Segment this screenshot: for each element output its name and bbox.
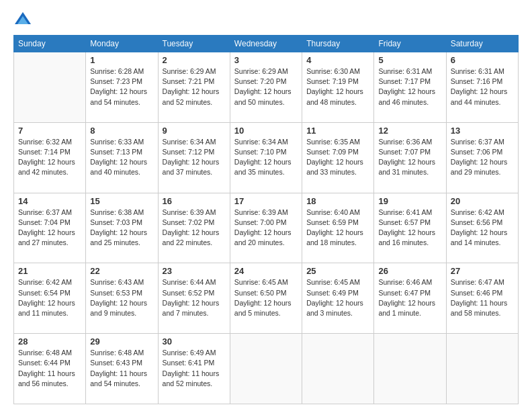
day-info: Sunrise: 6:28 AMSunset: 7:23 PMDaylight:… xyxy=(90,66,153,107)
calendar-cell: 2Sunrise: 6:29 AMSunset: 7:21 PMDaylight… xyxy=(158,52,230,123)
calendar-cell xyxy=(446,334,518,404)
day-info: Sunrise: 6:34 AMSunset: 7:10 PMDaylight:… xyxy=(234,137,298,178)
col-header-thursday: Thursday xyxy=(302,36,374,52)
day-number: 6 xyxy=(451,55,514,65)
col-header-monday: Monday xyxy=(86,36,158,52)
day-number: 11 xyxy=(306,126,369,136)
calendar-cell: 26Sunrise: 6:46 AMSunset: 6:47 PMDayligh… xyxy=(374,263,446,334)
day-info: Sunrise: 6:44 AMSunset: 6:52 PMDaylight:… xyxy=(163,277,226,318)
calendar-cell: 12Sunrise: 6:36 AMSunset: 7:07 PMDayligh… xyxy=(374,122,446,193)
calendar-cell xyxy=(374,334,446,404)
calendar-cell: 14Sunrise: 6:37 AMSunset: 7:04 PMDayligh… xyxy=(14,193,86,263)
day-info: Sunrise: 6:36 AMSunset: 7:07 PMDaylight:… xyxy=(378,137,441,178)
day-info: Sunrise: 6:45 AMSunset: 6:50 PMDaylight:… xyxy=(234,277,298,318)
day-number: 24 xyxy=(234,266,298,276)
week-row-4: 21Sunrise: 6:42 AMSunset: 6:54 PMDayligh… xyxy=(14,263,519,334)
calendar-cell: 15Sunrise: 6:38 AMSunset: 7:03 PMDayligh… xyxy=(86,193,158,263)
day-number: 15 xyxy=(90,196,153,206)
day-info: Sunrise: 6:33 AMSunset: 7:13 PMDaylight:… xyxy=(90,137,153,178)
calendar-cell: 3Sunrise: 6:29 AMSunset: 7:20 PMDaylight… xyxy=(230,52,302,123)
day-number: 18 xyxy=(306,196,369,206)
calendar-cell: 6Sunrise: 6:31 AMSunset: 7:16 PMDaylight… xyxy=(446,52,518,123)
day-info: Sunrise: 6:34 AMSunset: 7:12 PMDaylight:… xyxy=(163,137,226,178)
day-info: Sunrise: 6:42 AMSunset: 6:54 PMDaylight:… xyxy=(18,277,81,318)
calendar-cell: 25Sunrise: 6:45 AMSunset: 6:49 PMDayligh… xyxy=(302,263,374,334)
day-info: Sunrise: 6:39 AMSunset: 7:02 PMDaylight:… xyxy=(163,208,226,248)
week-row-5: 28Sunrise: 6:48 AMSunset: 6:44 PMDayligh… xyxy=(14,334,519,404)
day-info: Sunrise: 6:48 AMSunset: 6:44 PMDaylight:… xyxy=(18,348,81,389)
calendar-header-row: SundayMondayTuesdayWednesdayThursdayFrid… xyxy=(14,36,519,52)
calendar-cell: 22Sunrise: 6:43 AMSunset: 6:53 PMDayligh… xyxy=(86,263,158,334)
day-number: 27 xyxy=(451,266,514,276)
day-number: 25 xyxy=(306,266,369,276)
day-number: 21 xyxy=(18,266,81,276)
day-number: 29 xyxy=(90,336,153,347)
calendar-cell xyxy=(230,334,302,404)
col-header-tuesday: Tuesday xyxy=(158,36,230,52)
day-number: 14 xyxy=(18,196,81,206)
day-info: Sunrise: 6:49 AMSunset: 6:41 PMDaylight:… xyxy=(163,348,226,389)
day-info: Sunrise: 6:40 AMSunset: 6:59 PMDaylight:… xyxy=(306,208,369,248)
calendar-cell: 7Sunrise: 6:32 AMSunset: 7:14 PMDaylight… xyxy=(14,122,86,193)
calendar-cell: 18Sunrise: 6:40 AMSunset: 6:59 PMDayligh… xyxy=(302,193,374,263)
calendar-cell: 30Sunrise: 6:49 AMSunset: 6:41 PMDayligh… xyxy=(158,334,230,404)
day-number: 3 xyxy=(234,55,298,65)
calendar-cell: 29Sunrise: 6:48 AMSunset: 6:43 PMDayligh… xyxy=(86,334,158,404)
col-header-wednesday: Wednesday xyxy=(230,36,302,52)
calendar-cell: 10Sunrise: 6:34 AMSunset: 7:10 PMDayligh… xyxy=(230,122,302,193)
day-number: 30 xyxy=(163,336,226,347)
day-number: 5 xyxy=(378,55,441,65)
day-number: 1 xyxy=(90,55,153,65)
day-info: Sunrise: 6:45 AMSunset: 6:49 PMDaylight:… xyxy=(306,277,369,318)
day-info: Sunrise: 6:37 AMSunset: 7:04 PMDaylight:… xyxy=(18,208,81,248)
day-info: Sunrise: 6:37 AMSunset: 7:06 PMDaylight:… xyxy=(451,137,514,178)
calendar-cell: 11Sunrise: 6:35 AMSunset: 7:09 PMDayligh… xyxy=(302,122,374,193)
day-number: 22 xyxy=(90,266,153,276)
day-info: Sunrise: 6:47 AMSunset: 6:46 PMDaylight:… xyxy=(451,277,514,318)
header xyxy=(13,11,519,30)
day-info: Sunrise: 6:39 AMSunset: 7:00 PMDaylight:… xyxy=(234,208,298,248)
calendar-cell: 27Sunrise: 6:47 AMSunset: 6:46 PMDayligh… xyxy=(446,263,518,334)
page: SundayMondayTuesdayWednesdayThursdayFrid… xyxy=(0,0,532,411)
calendar-cell: 24Sunrise: 6:45 AMSunset: 6:50 PMDayligh… xyxy=(230,263,302,334)
day-info: Sunrise: 6:48 AMSunset: 6:43 PMDaylight:… xyxy=(90,348,153,389)
week-row-3: 14Sunrise: 6:37 AMSunset: 7:04 PMDayligh… xyxy=(14,193,519,263)
col-header-friday: Friday xyxy=(374,36,446,52)
col-header-sunday: Sunday xyxy=(14,36,86,52)
calendar-cell: 17Sunrise: 6:39 AMSunset: 7:00 PMDayligh… xyxy=(230,193,302,263)
calendar-cell: 1Sunrise: 6:28 AMSunset: 7:23 PMDaylight… xyxy=(86,52,158,123)
day-info: Sunrise: 6:42 AMSunset: 6:56 PMDaylight:… xyxy=(451,208,514,248)
logo-icon xyxy=(13,11,32,30)
calendar-cell xyxy=(14,52,86,123)
calendar-cell: 20Sunrise: 6:42 AMSunset: 6:56 PMDayligh… xyxy=(446,193,518,263)
day-info: Sunrise: 6:35 AMSunset: 7:09 PMDaylight:… xyxy=(306,137,369,178)
day-number: 28 xyxy=(18,336,81,347)
calendar-cell: 21Sunrise: 6:42 AMSunset: 6:54 PMDayligh… xyxy=(14,263,86,334)
week-row-2: 7Sunrise: 6:32 AMSunset: 7:14 PMDaylight… xyxy=(14,122,519,193)
week-row-1: 1Sunrise: 6:28 AMSunset: 7:23 PMDaylight… xyxy=(14,52,519,123)
calendar-cell: 4Sunrise: 6:30 AMSunset: 7:19 PMDaylight… xyxy=(302,52,374,123)
day-info: Sunrise: 6:29 AMSunset: 7:20 PMDaylight:… xyxy=(234,66,298,107)
day-number: 23 xyxy=(163,266,226,276)
calendar-cell: 28Sunrise: 6:48 AMSunset: 6:44 PMDayligh… xyxy=(14,334,86,404)
calendar-cell xyxy=(302,334,374,404)
calendar-cell: 23Sunrise: 6:44 AMSunset: 6:52 PMDayligh… xyxy=(158,263,230,334)
day-number: 16 xyxy=(163,196,226,206)
day-number: 17 xyxy=(234,196,298,206)
day-info: Sunrise: 6:32 AMSunset: 7:14 PMDaylight:… xyxy=(18,137,81,178)
day-number: 20 xyxy=(451,196,514,206)
day-number: 2 xyxy=(163,55,226,65)
day-info: Sunrise: 6:29 AMSunset: 7:21 PMDaylight:… xyxy=(163,66,226,107)
calendar-cell: 19Sunrise: 6:41 AMSunset: 6:57 PMDayligh… xyxy=(374,193,446,263)
day-info: Sunrise: 6:46 AMSunset: 6:47 PMDaylight:… xyxy=(378,277,441,318)
day-info: Sunrise: 6:31 AMSunset: 7:17 PMDaylight:… xyxy=(378,66,441,107)
calendar-cell: 8Sunrise: 6:33 AMSunset: 7:13 PMDaylight… xyxy=(86,122,158,193)
day-info: Sunrise: 6:43 AMSunset: 6:53 PMDaylight:… xyxy=(90,277,153,318)
day-number: 26 xyxy=(378,266,441,276)
day-number: 4 xyxy=(306,55,369,65)
day-info: Sunrise: 6:31 AMSunset: 7:16 PMDaylight:… xyxy=(451,66,514,107)
calendar-cell: 13Sunrise: 6:37 AMSunset: 7:06 PMDayligh… xyxy=(446,122,518,193)
day-number: 12 xyxy=(378,126,441,136)
day-number: 8 xyxy=(90,126,153,136)
day-info: Sunrise: 6:38 AMSunset: 7:03 PMDaylight:… xyxy=(90,208,153,248)
